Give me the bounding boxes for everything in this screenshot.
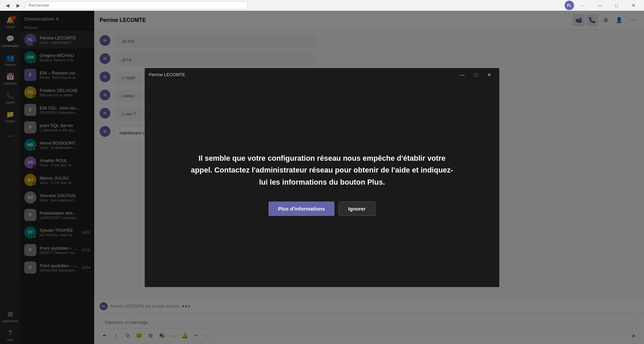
modal-minimize-button[interactable]: — bbox=[456, 70, 468, 80]
title-bar-right: PL ··· — □ ✕ bbox=[565, 0, 641, 11]
nav-controls: ◀ ▶ bbox=[3, 1, 23, 10]
modal-close-button[interactable]: ✕ bbox=[483, 70, 495, 80]
modal-body: Il semble que votre configuration réseau… bbox=[145, 82, 499, 287]
modal-title: Perrine LECOMTE bbox=[149, 72, 185, 77]
call-error-modal: Perrine LECOMTE — □ ✕ Il semble que votr… bbox=[145, 68, 499, 287]
forward-button[interactable]: ▶ bbox=[13, 1, 23, 10]
modal-controls: — □ ✕ bbox=[456, 70, 495, 80]
modal-titlebar: Perrine LECOMTE — □ ✕ bbox=[145, 68, 499, 82]
maximize-button[interactable]: □ bbox=[609, 0, 624, 11]
back-button[interactable]: ◀ bbox=[3, 1, 12, 10]
modal-maximize-button[interactable]: □ bbox=[470, 70, 482, 80]
title-bar: ◀ ▶ PL ··· — □ ✕ bbox=[0, 0, 644, 11]
search-input[interactable] bbox=[26, 1, 248, 9]
minimize-button[interactable]: — bbox=[592, 0, 608, 11]
modal-error-message: Il semble que votre configuration réseau… bbox=[187, 152, 457, 188]
modal-overlay: Perrine LECOMTE — □ ✕ Il semble que votr… bbox=[0, 11, 644, 344]
close-button[interactable]: ✕ bbox=[626, 0, 641, 11]
more-info-button[interactable]: Plus d'informations bbox=[269, 201, 334, 216]
modal-actions: Plus d'informations Ignorer bbox=[269, 201, 375, 216]
more-button[interactable]: ··· bbox=[575, 0, 591, 11]
ignore-button[interactable]: Ignorer bbox=[338, 201, 375, 216]
title-bar-left: ◀ ▶ bbox=[3, 1, 248, 10]
user-avatar[interactable]: PL bbox=[565, 1, 574, 10]
